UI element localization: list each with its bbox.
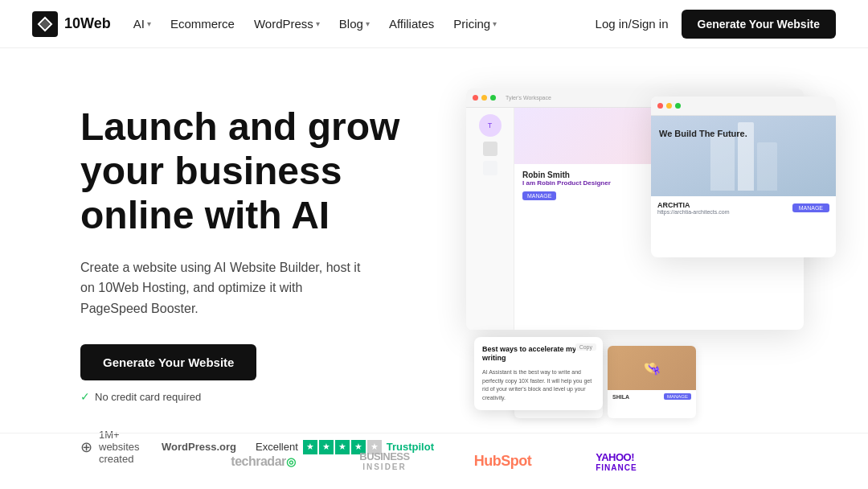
login-button[interactable]: Log in/Sign in (596, 17, 669, 31)
chevron-down-icon: ▾ (366, 19, 370, 28)
browser-close-dot (473, 95, 478, 101)
ai-chat-body: AI Assistant is the best way to write an… (482, 368, 595, 402)
nav-link-ecommerce[interactable]: Ecommerce (170, 17, 235, 31)
sidebar-icon-1 (483, 142, 497, 156)
archtia-manage-button[interactable]: MANAGE (792, 203, 829, 212)
nav-link-wordpress[interactable]: WordPress ▾ (254, 17, 320, 31)
brand-logo[interactable]: 10Web (32, 11, 111, 37)
logo-icon (32, 11, 58, 37)
shila-manage-button[interactable]: MANAGE (664, 393, 691, 400)
hero-illustration: 90 ⚡ Tyler's Workspace T (466, 88, 836, 426)
chevron-down-icon: ▾ (147, 19, 151, 28)
sidebar-icon-2 (483, 161, 497, 175)
brand-name: 10Web (64, 15, 111, 32)
browser-maximize-dot (490, 95, 496, 101)
nav-right: Log in/Sign in Generate Your Website (596, 10, 836, 39)
nav-links: AI ▾ Ecommerce WordPress ▾ Blog ▾ Affili… (133, 17, 497, 31)
mini-card-shila-image: 👒 (608, 346, 696, 390)
shila-icon: 👒 (643, 360, 661, 377)
navbar: 10Web AI ▾ Ecommerce WordPress ▾ Blog ▾ … (0, 0, 868, 48)
archtia-content: We Build The Future. ARCHTIA https://arc… (651, 116, 836, 257)
techradar-logo: techradar◎ (231, 454, 295, 469)
browser-minimize-dot (481, 95, 487, 101)
browser-close-dot (657, 103, 663, 109)
workspace-label: Tyler's Workspace (506, 95, 551, 101)
sidebar-panel: T (466, 108, 514, 330)
mini-card-shila: 👒 SHILA MANAGE (608, 346, 696, 418)
archtia-hero-image: We Build The Future. (651, 116, 836, 196)
hero-subtitle: Create a website using AI Website Builde… (80, 257, 370, 319)
mini-card-shila-bottom: SHILA MANAGE (608, 390, 696, 403)
yahoo-finance-logo: YAHOO! FINANCE (596, 451, 637, 472)
chevron-down-icon: ▾ (493, 19, 497, 28)
browser-maximize-dot (675, 103, 681, 109)
nav-left: 10Web AI ▾ Ecommerce WordPress ▾ Blog ▾ … (32, 11, 497, 37)
profile-manage-button[interactable]: MANAGE (522, 191, 556, 200)
hero-cta-button[interactable]: Generate Your Website (80, 344, 256, 380)
business-insider-logo: BUSINESS INSIDER (359, 451, 409, 471)
no-credit-note: ✓ No credit card required (80, 390, 434, 403)
radar-icon: ◎ (286, 455, 296, 468)
hero-left: Launch and grow your business online wit… (80, 97, 434, 465)
logos-bar: techradar◎ BUSINESS INSIDER HubSpot YAHO… (0, 433, 868, 489)
archtia-browser-card: We Build The Future. ARCHTIA https://arc… (651, 97, 836, 257)
hero-section: Launch and grow your business online wit… (0, 48, 868, 465)
nav-link-pricing[interactable]: Pricing ▾ (453, 17, 497, 31)
nav-link-affiliates[interactable]: Affiliates (389, 17, 434, 31)
ai-chat-popup: Copy Best ways to accelerate my writing … (474, 337, 603, 410)
chevron-down-icon: ▾ (316, 19, 320, 28)
hero-title: Launch and grow your business online wit… (80, 105, 434, 238)
archtia-info: ARCHTIA https://archtia-architects.com M… (651, 196, 836, 220)
archtia-overlay: We Build The Future. (659, 128, 747, 139)
nav-link-ai[interactable]: AI ▾ (133, 17, 151, 31)
browser-bar-archtia (651, 97, 836, 116)
avatar: T (479, 114, 502, 137)
hubspot-logo: HubSpot (474, 453, 532, 470)
mini-card-shila-label: SHILA (612, 394, 629, 400)
copy-button[interactable]: Copy (575, 343, 596, 351)
check-icon: ✓ (80, 390, 90, 403)
nav-cta-button[interactable]: Generate Your Website (682, 10, 837, 39)
browser-minimize-dot (666, 103, 672, 109)
nav-link-blog[interactable]: Blog ▾ (339, 17, 370, 31)
